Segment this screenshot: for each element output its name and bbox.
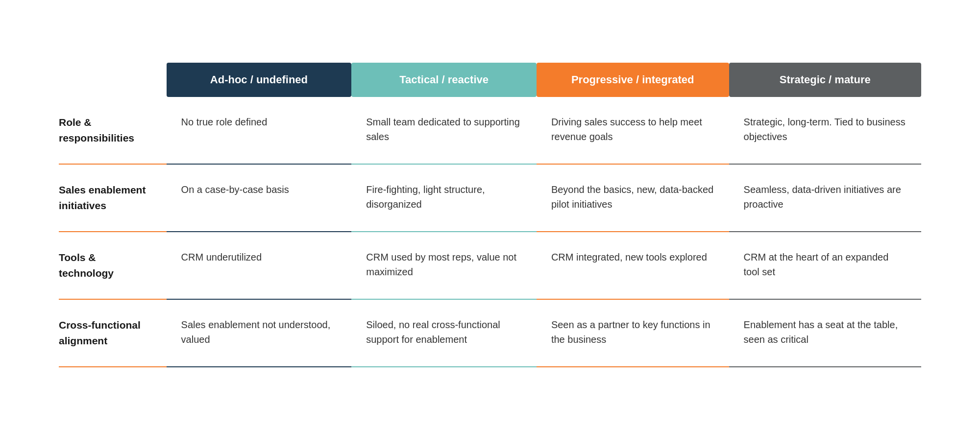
progressive-role: Driving sales success to help meet reven… (537, 97, 729, 163)
tactical-alignment: Siloed, no real cross-functional support… (351, 299, 537, 366)
divider-cell-alignment-label (59, 366, 167, 367)
divider-cell-alignment-tactical (351, 366, 537, 367)
progressive-tools: CRM integrated, new tools explored (537, 232, 729, 298)
divider-cell-alignment-progressive (537, 366, 729, 367)
progressive-initiatives: Beyond the basics, new, data-backed pilo… (537, 164, 729, 231)
progressive-alignment: Seen as a partner to key functions in th… (537, 299, 729, 366)
adhoc-tools: CRM underutilized (167, 232, 352, 298)
adhoc-initiatives: On a case-by-case basis (167, 164, 352, 231)
label-tools: Tools & technology (59, 232, 167, 298)
adhoc-role: No true role defined (167, 97, 352, 163)
divider-cell-alignment-strategic (729, 366, 921, 367)
divider-alignment (59, 366, 921, 367)
table-row-alignment: Cross-functional alignmentSales enableme… (59, 299, 921, 366)
tactical-role: Small team dedicated to supporting sales (351, 97, 537, 163)
label-role: Role & responsibilities (59, 97, 167, 163)
strategic-alignment: Enablement has a seat at the table, seen… (729, 299, 921, 366)
maturity-model-table: Ad-hoc / undefined Tactical / reactive P… (59, 43, 921, 387)
header-progressive: Progressive / integrated (537, 63, 729, 97)
table-row-role: Role & responsibilitiesNo true role defi… (59, 97, 921, 163)
table-row-tools: Tools & technologyCRM underutilizedCRM u… (59, 232, 921, 298)
header-tactical: Tactical / reactive (351, 63, 537, 97)
strategic-initiatives: Seamless, data-driven initiatives are pr… (729, 164, 921, 231)
header-label-cell (59, 63, 167, 97)
table-row-initiatives: Sales enablement initiativesOn a case-by… (59, 164, 921, 231)
header-strategic: Strategic / mature (729, 63, 921, 97)
header-adhoc: Ad-hoc / undefined (167, 63, 352, 97)
label-initiatives: Sales enablement initiatives (59, 164, 167, 231)
adhoc-alignment: Sales enablement not understood, valued (167, 299, 352, 366)
strategic-role: Strategic, long-term. Tied to business o… (729, 97, 921, 163)
tactical-initiatives: Fire-fighting, light structure, disorgan… (351, 164, 537, 231)
label-alignment: Cross-functional alignment (59, 299, 167, 366)
divider-cell-alignment-adhoc (167, 366, 352, 367)
tactical-tools: CRM used by most reps, value not maximiz… (351, 232, 537, 298)
strategic-tools: CRM at the heart of an expanded tool set (729, 232, 921, 298)
